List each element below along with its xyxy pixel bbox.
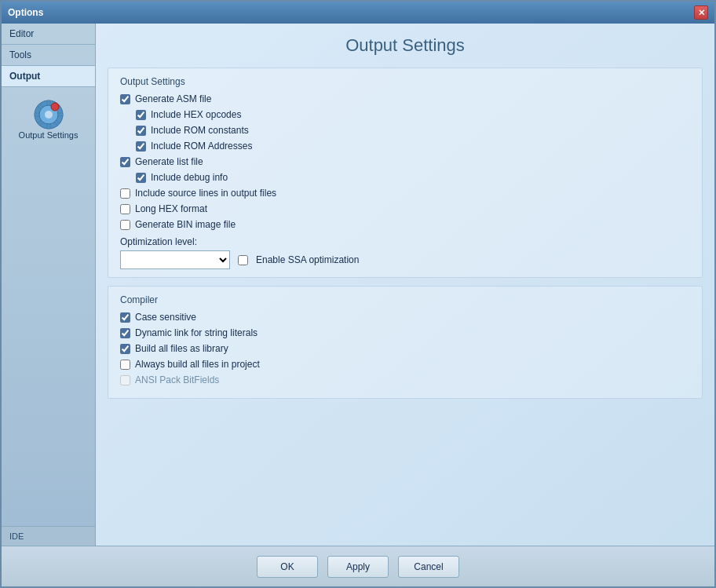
checkbox-row-case-sens: Case sensitive	[120, 312, 690, 323]
checkbox-case-sens[interactable]	[120, 312, 130, 323]
svg-point-11	[51, 103, 59, 111]
svg-rect-9	[35, 113, 39, 116]
svg-rect-3	[47, 100, 50, 105]
label-case-sens: Case sensitive	[135, 312, 196, 323]
sidebar-item-tools[interactable]: Tools	[2, 45, 95, 66]
label-dyn-link: Dynamic link for string literals	[135, 327, 258, 338]
checkbox-inc-hex[interactable]	[136, 110, 146, 120]
label-ansi-pack: ANSI Pack BitFields	[135, 374, 219, 385]
label-gen-bin: Generate BIN image file	[135, 219, 236, 230]
checkbox-inc-debug[interactable]	[136, 173, 146, 183]
right-panel: Output Settings Output Settings Generate…	[96, 24, 714, 546]
checkbox-row-inc-rom-const: Include ROM constants	[136, 125, 690, 136]
title-bar: Options ✕	[2, 2, 714, 24]
checkbox-inc-source[interactable]	[120, 188, 130, 199]
ok-button[interactable]: OK	[257, 556, 318, 578]
output-settings-icon	[33, 99, 64, 130]
svg-point-2	[45, 111, 53, 119]
checkbox-row-inc-source: Include source lines in output files	[120, 188, 690, 199]
label-inc-hex: Include HEX opcodes	[151, 109, 241, 120]
compiler-section-label: Compiler	[120, 294, 690, 305]
checkbox-build-lib[interactable]	[120, 344, 130, 354]
checkbox-long-hex[interactable]	[120, 204, 130, 214]
checkbox-always-build[interactable]	[120, 360, 130, 370]
compiler-section: Compiler Case sensitive Dynamic link for…	[108, 286, 703, 399]
output-section-label: Output Settings	[120, 76, 690, 87]
checkbox-ssa-opt[interactable]	[238, 255, 248, 265]
main-window: Options ✕ Editor Tools Output	[0, 0, 716, 588]
label-gen-list: Generate list file	[135, 156, 203, 167]
page-title: Output Settings	[108, 35, 703, 56]
label-inc-rom-const: Include ROM constants	[151, 125, 249, 136]
sidebar-icon-label: Output Settings	[19, 130, 79, 140]
label-always-build: Always build all files in project	[135, 359, 260, 370]
checkbox-gen-bin[interactable]	[120, 220, 130, 230]
checkbox-row-gen-list: Generate list file	[120, 156, 690, 167]
optimization-row: Enable SSA optimization	[120, 250, 690, 269]
footer: OK Apply Cancel	[2, 546, 714, 586]
label-inc-rom-addr: Include ROM Addresses	[151, 141, 252, 152]
checkbox-row-long-hex: Long HEX format	[120, 203, 690, 214]
main-content: Editor Tools Output	[2, 24, 714, 546]
label-build-lib: Build all files as library	[135, 343, 228, 354]
checkbox-row-ansi-pack: ANSI Pack BitFields	[120, 374, 690, 385]
checkbox-row-gen-asm: Generate ASM file	[120, 93, 690, 104]
sidebar-item-editor[interactable]: Editor	[2, 24, 95, 45]
optimization-select[interactable]	[120, 250, 230, 269]
optimization-label: Optimization level:	[120, 236, 690, 247]
sidebar-icon-section: Output Settings	[2, 87, 95, 148]
label-ssa-opt: Enable SSA optimization	[256, 254, 359, 265]
svg-rect-5	[58, 113, 63, 116]
checkbox-row-build-lib: Build all files as library	[120, 343, 690, 354]
checkbox-row-dyn-link: Dynamic link for string literals	[120, 327, 690, 338]
window-title: Options	[8, 7, 43, 18]
label-inc-debug: Include debug info	[151, 172, 228, 183]
label-long-hex: Long HEX format	[135, 203, 207, 214]
label-gen-asm: Generate ASM file	[135, 93, 211, 104]
checkbox-row-gen-bin: Generate BIN image file	[120, 219, 690, 230]
checkbox-ansi-pack[interactable]	[120, 375, 130, 385]
checkbox-row-always-build: Always build all files in project	[120, 359, 690, 370]
sidebar: Editor Tools Output	[2, 24, 96, 546]
checkbox-inc-rom-addr[interactable]	[136, 141, 146, 152]
checkbox-dyn-link[interactable]	[120, 328, 130, 338]
sidebar-bottom-label: IDE	[2, 526, 95, 546]
checkbox-gen-list[interactable]	[120, 157, 130, 167]
checkbox-row-inc-hex: Include HEX opcodes	[136, 109, 690, 120]
label-inc-source: Include source lines in output files	[135, 188, 276, 199]
output-settings-section: Output Settings Generate ASM file Includ…	[108, 68, 703, 278]
checkbox-gen-asm[interactable]	[120, 94, 130, 104]
close-button[interactable]: ✕	[694, 5, 708, 20]
svg-rect-7	[47, 124, 50, 129]
checkbox-row-inc-rom-addr: Include ROM Addresses	[136, 141, 690, 152]
cancel-button[interactable]: Cancel	[398, 556, 459, 578]
sidebar-item-output[interactable]: Output	[2, 66, 95, 87]
checkbox-inc-rom-const[interactable]	[136, 126, 146, 136]
checkbox-row-inc-debug: Include debug info	[136, 172, 690, 183]
apply-button[interactable]: Apply	[327, 556, 389, 578]
